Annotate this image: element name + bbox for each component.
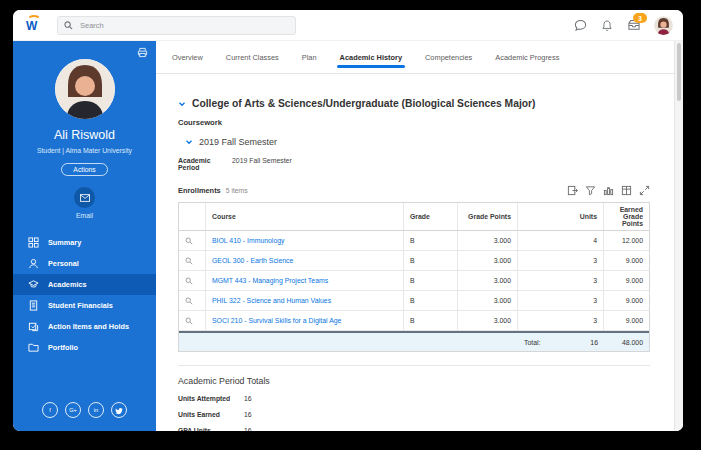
sidebar-item-personal[interactable]: Personal: [13, 253, 156, 274]
inbox-icon[interactable]: 3: [627, 18, 641, 32]
magnifier-icon[interactable]: [185, 237, 193, 245]
course-link[interactable]: BIOL 410 - Immunology: [212, 237, 285, 244]
grade-cell: B: [404, 291, 458, 310]
earned-cell: 9.000: [604, 311, 649, 330]
sidebar-item-action-items-and-holds[interactable]: Action Items and Holds: [13, 316, 156, 337]
scrollbar[interactable]: [674, 41, 683, 431]
chart-icon[interactable]: [603, 185, 614, 196]
units-cell: 3: [518, 311, 604, 330]
table-icon[interactable]: [621, 185, 632, 196]
course-link[interactable]: PHIL 322 - Science and Human Values: [212, 297, 331, 304]
stat-value: 16: [244, 411, 252, 418]
grade-cell: B: [404, 251, 458, 270]
email-button[interactable]: [74, 187, 95, 208]
linkedin-icon[interactable]: in: [88, 402, 104, 418]
units-cell: 4: [518, 231, 604, 250]
search-icon: [64, 21, 73, 30]
print-icon[interactable]: [137, 47, 148, 58]
sidebar-nav: Summary Personal Academics Student Finan…: [13, 232, 156, 358]
sidebar-item-student-financials[interactable]: Student Financials: [13, 295, 156, 316]
sidebar-item-label: Portfolio: [48, 343, 78, 352]
magnifier-icon[interactable]: [185, 277, 193, 285]
tab-overview[interactable]: Overview: [172, 41, 203, 73]
bell-icon[interactable]: [600, 18, 614, 32]
table-header-row: Course Grade Grade Points Units Earned G…: [179, 203, 649, 231]
header-grade: Grade: [404, 203, 458, 230]
twitter-icon[interactable]: [111, 402, 127, 418]
chat-icon[interactable]: [573, 18, 587, 32]
graduation-cap-icon: [28, 279, 39, 290]
earned-cell: 9.000: [604, 291, 649, 310]
actions-button[interactable]: Actions: [61, 163, 107, 176]
search-bar[interactable]: [57, 16, 296, 35]
profile-sidebar: Ali Riswold Student | Alma Mater Univers…: [13, 41, 156, 431]
export-icon[interactable]: [567, 185, 578, 196]
table-row: PHIL 322 - Science and Human Values B 3.…: [179, 291, 649, 311]
google-plus-icon[interactable]: G+: [65, 402, 81, 418]
earned-cell: 9.000: [604, 251, 649, 270]
profile-photo[interactable]: [55, 59, 115, 119]
sidebar-item-portfolio[interactable]: Portfolio: [13, 337, 156, 358]
chevron-down-icon[interactable]: [178, 100, 186, 108]
course-link[interactable]: MGMT 443 - Managing Project Teams: [212, 277, 328, 284]
scrollbar-thumb[interactable]: [677, 43, 681, 101]
table-total-row: Total: 16 48.000: [179, 331, 649, 351]
sidebar-item-label: Student Financials: [48, 301, 113, 310]
sidebar-item-summary[interactable]: Summary: [13, 232, 156, 253]
social-links: f G+ in: [13, 402, 156, 431]
tab-academic-history[interactable]: Academic History: [340, 41, 402, 73]
stat-value: 16: [244, 427, 252, 431]
tab-competencies[interactable]: Competencies: [425, 41, 472, 73]
facebook-icon[interactable]: f: [42, 402, 58, 418]
stat-label: Units Attempted: [178, 395, 244, 402]
document-icon: [28, 300, 39, 311]
total-label: Total:: [524, 339, 540, 346]
course-link[interactable]: SOCI 210 - Survival Skills for a Digital…: [212, 317, 341, 324]
magnifier-icon[interactable]: [185, 297, 193, 305]
tab-plan[interactable]: Plan: [302, 41, 317, 73]
period-totals-title: Academic Period Totals: [178, 376, 650, 386]
course-link[interactable]: GEOL 300 - Earth Science: [212, 257, 293, 264]
enrollments-table: Course Grade Grade Points Units Earned G…: [178, 202, 650, 352]
grade-points-cell: 3.000: [458, 291, 518, 310]
earned-cell: 12.000: [604, 231, 649, 250]
search-input[interactable]: [78, 20, 289, 31]
header-spacer: [179, 203, 206, 230]
sidebar-item-label: Academics: [48, 280, 87, 289]
stat-label: GPA Units: [178, 427, 244, 431]
app-window: W 3: [13, 10, 683, 431]
email-label: Email: [76, 212, 93, 219]
expand-icon[interactable]: [639, 185, 650, 196]
table-row: SOCI 210 - Survival Skills for a Digital…: [179, 311, 649, 331]
envelope-icon: [80, 194, 90, 202]
header-course: Course: [206, 203, 404, 230]
workday-logo[interactable]: W: [25, 17, 41, 33]
chevron-down-icon[interactable]: [185, 138, 193, 146]
folder-icon: [28, 342, 39, 353]
inbox-badge: 3: [633, 13, 647, 23]
sidebar-item-label: Action Items and Holds: [48, 322, 129, 331]
tab-bar: Overview Current Classes Plan Academic H…: [156, 41, 675, 74]
tab-current-classes[interactable]: Current Classes: [226, 41, 279, 73]
section-divider: [178, 365, 650, 366]
units-cell: 3: [518, 251, 604, 270]
header-earned-grade-points: Earned Grade Points: [604, 203, 649, 230]
avatar[interactable]: [654, 16, 673, 35]
units-cell: 3: [518, 271, 604, 290]
sidebar-item-label: Personal: [48, 259, 79, 268]
magnifier-icon[interactable]: [185, 257, 193, 265]
table-row: BIOL 410 - Immunology B 3.000 4 12.000: [179, 231, 649, 251]
sidebar-item-label: Summary: [48, 238, 81, 247]
grid-icon: [28, 237, 39, 248]
grade-points-cell: 3.000: [458, 311, 518, 330]
workday-logo-letter: W: [26, 19, 37, 33]
content-area: College of Arts & Sciences/Undergraduate…: [156, 74, 675, 431]
table-row: GEOL 300 - Earth Science B 3.000 3 9.000: [179, 251, 649, 271]
magnifier-icon[interactable]: [185, 317, 193, 325]
total-earned: 48.000: [604, 333, 649, 351]
grade-points-cell: 3.000: [458, 231, 518, 250]
filter-icon[interactable]: [585, 185, 596, 196]
tab-academic-progress[interactable]: Academic Progress: [495, 41, 559, 73]
sidebar-item-academics[interactable]: Academics: [13, 274, 156, 295]
coursework-label: Coursework: [178, 118, 650, 127]
